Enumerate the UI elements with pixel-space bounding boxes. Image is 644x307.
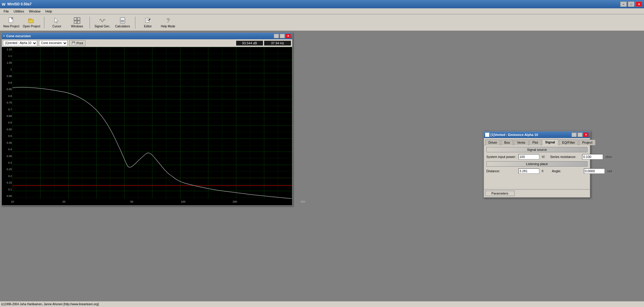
help-mode-button[interactable]: ? Help Mode	[159, 15, 177, 30]
angle-label: Angle:	[552, 169, 582, 173]
open-project-button[interactable]: Open Project	[23, 15, 40, 30]
tab-project[interactable]: Project	[579, 140, 596, 145]
help-mode-icon: ?	[164, 17, 172, 24]
svg-rect-1	[11, 18, 13, 19]
editor-button[interactable]: Editor	[139, 15, 157, 30]
system-input-power-unit: W	[542, 155, 545, 159]
x-label-500: 500	[300, 200, 305, 203]
distance-input[interactable]	[518, 168, 539, 174]
y-label-20: 0.15	[2, 181, 12, 184]
tab-plot[interactable]: Plot	[529, 140, 541, 145]
cone-maximize-button[interactable]: □	[280, 34, 285, 38]
print-button[interactable]: Print	[69, 40, 85, 46]
print-icon	[71, 41, 76, 45]
y-axis-labels: 1.15 1.1 1.05 1 0.95 0.9 0.85 0.8 0.75 0…	[2, 47, 12, 199]
menu-utilities[interactable]: Utilities	[11, 9, 26, 14]
windows-button[interactable]: Windows	[68, 15, 86, 30]
tab-eq-filter[interactable]: EQ/Filter	[559, 140, 578, 145]
vented-title-bar: i [1]Vented : Eminence Alpha 10 – □ ✕	[484, 131, 590, 138]
y-label-6: 0.85	[2, 88, 12, 91]
vented-minimize-button[interactable]: –	[571, 132, 577, 137]
app-icon: W	[2, 2, 5, 7]
signal-tab-content: Signal source System input power: W Seri…	[484, 145, 590, 189]
vented-window-title: [1]Vented : Eminence Alpha 10	[491, 133, 538, 137]
y-label-17: 0.3	[2, 162, 12, 164]
vented-close-button[interactable]: ✕	[583, 132, 589, 137]
series-resistance-input[interactable]	[582, 154, 603, 159]
toolbar-sep-1	[44, 17, 44, 29]
y-label-0: 1.15	[2, 48, 12, 51]
menu-bar: File Utilities Window Help	[0, 8, 644, 14]
system-input-power-input[interactable]	[518, 154, 539, 159]
menu-help[interactable]: Help	[43, 9, 54, 14]
menu-file[interactable]: File	[1, 9, 11, 14]
vented-bottom-bar: Parameters	[484, 189, 590, 197]
title-bar-left: W WinISD 0.50a7	[2, 2, 32, 7]
cone-title-left: + Cone excursion	[3, 34, 31, 38]
driver-select[interactable]: [1]vented : Alpha 10	[3, 40, 37, 46]
y-label-15: 0.4	[2, 148, 12, 151]
maximize-button[interactable]: □	[628, 1, 634, 7]
plot-select[interactable]: Cone excursion	[39, 40, 68, 46]
cone-value-1: 93.544 dB	[236, 41, 263, 46]
app-title: WinISD 0.50a7	[7, 2, 32, 6]
tab-driver[interactable]: Driver	[485, 140, 500, 145]
listening-place-row: Distance: ft Angle: rad	[486, 168, 587, 174]
y-label-10: 0.65	[2, 115, 12, 118]
menu-window[interactable]: Window	[26, 9, 43, 14]
y-label-21: 0.1	[2, 188, 12, 191]
tab-signal[interactable]: Signal	[542, 139, 558, 145]
x-label-200: 200	[233, 200, 237, 203]
toolbar-sep-2	[90, 17, 90, 29]
calculators-button[interactable]: Calculators	[114, 15, 131, 30]
title-bar: W WinISD 0.50a7 – □ ✕	[0, 0, 644, 8]
parameters-button[interactable]: Parameters	[485, 191, 515, 196]
svg-rect-12	[122, 20, 123, 21]
cone-window-title-bar: + Cone excursion – □ ✕	[2, 33, 292, 39]
y-label-14: 0.45	[2, 142, 12, 144]
editor-label: Editor	[144, 25, 152, 28]
vented-maximize-button[interactable]: □	[577, 132, 583, 137]
open-project-icon	[28, 17, 35, 24]
vented-tabs: Driver Box Vents Plot Signal EQ/Filter P…	[484, 138, 590, 145]
svg-rect-24	[72, 43, 75, 45]
y-label-9: 0.7	[2, 108, 12, 111]
svg-rect-3	[29, 19, 31, 20]
footer-text: (c)1996-2004 Juha Hartikainen, Janne Aho…	[1, 303, 99, 306]
open-project-label: Open Project	[23, 25, 40, 28]
minimize-button[interactable]: –	[620, 1, 627, 7]
y-label-12: 0.55	[2, 128, 12, 131]
x-label-20: 20	[62, 200, 65, 203]
signal-gen-label: Signal Gen.	[95, 25, 110, 28]
distance-label: Distance:	[486, 169, 516, 173]
cone-minimize-button[interactable]: –	[274, 34, 279, 38]
y-label-7: 0.8	[2, 95, 12, 98]
cone-plus-icon: +	[3, 34, 5, 38]
signal-gen-button[interactable]: Signal Gen.	[93, 15, 111, 30]
cursor-button[interactable]: Cursor	[48, 15, 66, 30]
editor-icon	[144, 17, 151, 24]
x-label-100: 100	[181, 200, 185, 203]
tab-box[interactable]: Box	[501, 140, 513, 145]
title-bar-buttons: – □ ✕	[620, 1, 642, 7]
angle-input[interactable]	[584, 168, 605, 174]
y-label-8: 0.75	[2, 101, 12, 104]
system-input-power-row: System input power: W Series resistance:…	[486, 154, 587, 159]
calculators-icon	[119, 17, 126, 24]
cursor-icon	[53, 17, 60, 24]
close-button[interactable]: ✕	[636, 1, 642, 7]
signal-gen-icon	[99, 17, 106, 24]
y-label-11: 0.6	[2, 121, 12, 124]
cone-tb-buttons: – □ ✕	[274, 34, 291, 38]
vented-window: i [1]Vented : Eminence Alpha 10 – □ ✕ Dr…	[483, 131, 590, 198]
y-label-3: 1	[2, 68, 12, 71]
cone-toolbar: [1]vented : Alpha 10 Cone excursion Prin…	[2, 39, 292, 47]
cone-close-button[interactable]: ✕	[286, 34, 291, 38]
new-project-button[interactable]: New Project	[2, 15, 20, 30]
windows-label: Windows	[71, 25, 83, 28]
help-mode-label: Help Mode	[161, 25, 175, 28]
toolbar: New Project Open Project Cursor	[0, 14, 644, 31]
tab-vents[interactable]: Vents	[514, 140, 529, 145]
cone-value-2: 37.94 Hz	[264, 41, 291, 46]
svg-rect-5	[74, 18, 77, 20]
